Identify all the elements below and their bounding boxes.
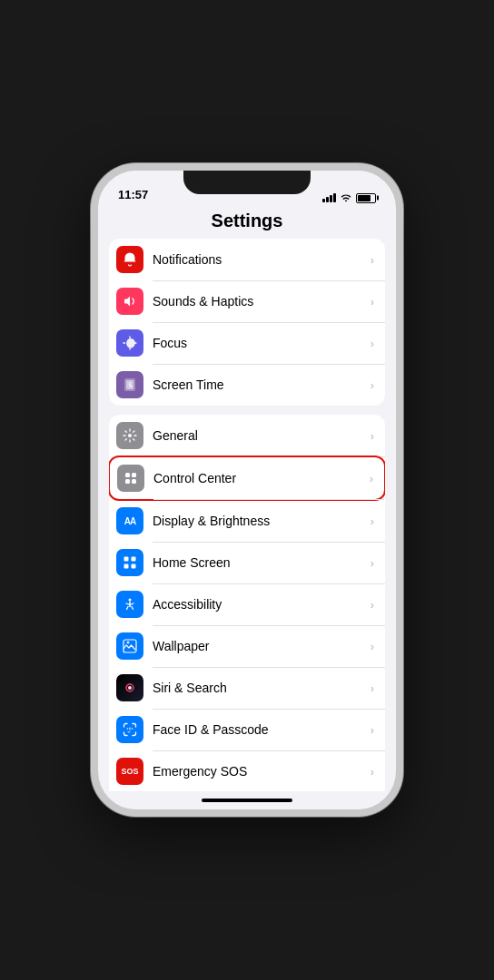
svg-rect-4 (132, 473, 136, 477)
battery-status-icon (356, 193, 376, 203)
general-icon (116, 422, 143, 449)
status-icons (322, 192, 376, 203)
focus-icon (116, 329, 143, 357)
sounds-icon (116, 288, 143, 315)
home-bar (202, 799, 292, 802)
control-center-chevron-icon: › (370, 472, 373, 485)
nav-bar: Settings (98, 207, 396, 239)
svg-point-16 (127, 728, 129, 730)
settings-item-control-center[interactable]: Control Center › (109, 456, 385, 501)
sos-icon: SOS (116, 758, 143, 785)
svg-point-11 (129, 599, 132, 602)
wifi-icon (340, 192, 352, 203)
settings-scroll[interactable]: Notifications › Sounds & Haptics › (98, 239, 396, 791)
svg-rect-7 (124, 557, 129, 562)
settings-item-accessibility[interactable]: Accessibility › (109, 583, 385, 625)
siri-chevron-icon: › (370, 681, 374, 695)
wallpaper-label: Wallpaper (153, 639, 370, 653)
siri-label: Siri & Search (153, 681, 370, 695)
focus-chevron-icon: › (370, 337, 374, 350)
wallpaper-chevron-icon: › (370, 640, 374, 653)
phone-frame: 11:57 (91, 163, 403, 817)
status-time: 11:57 (118, 188, 148, 203)
svg-rect-3 (125, 473, 130, 477)
control-center-label: Control Center (153, 471, 370, 485)
accessibility-chevron-icon: › (370, 598, 374, 612)
accessibility-label: Accessibility (153, 597, 370, 612)
notifications-label: Notifications (153, 252, 370, 267)
sos-chevron-icon: › (370, 765, 374, 779)
home-indicator (98, 791, 396, 809)
settings-item-home-screen[interactable]: Home Screen › (109, 542, 385, 583)
sos-label: Emergency SOS (153, 764, 370, 779)
settings-item-sos[interactable]: SOS Emergency SOS › (109, 750, 385, 791)
screen: 11:57 (98, 171, 396, 809)
accessibility-icon (116, 591, 143, 618)
notch (183, 171, 311, 194)
home-screen-label: Home Screen (153, 555, 370, 570)
screen-time-icon (116, 371, 143, 398)
settings-item-notifications[interactable]: Notifications › (109, 239, 385, 280)
display-chevron-icon: › (370, 514, 374, 528)
focus-label: Focus (153, 336, 370, 350)
svg-point-17 (132, 728, 133, 730)
notifications-chevron-icon: › (370, 253, 374, 267)
svg-point-12 (127, 642, 130, 644)
screen-time-chevron-icon: › (370, 378, 374, 392)
sounds-chevron-icon: › (370, 295, 374, 309)
display-icon: AA (116, 507, 143, 534)
home-screen-icon (116, 549, 143, 576)
settings-item-faceid[interactable]: Face ID & Passcode › (109, 709, 385, 750)
siri-icon (116, 674, 143, 701)
general-chevron-icon: › (370, 429, 374, 443)
settings-item-focus[interactable]: Focus › (109, 322, 385, 364)
settings-item-wallpaper[interactable]: Wallpaper › (109, 625, 385, 667)
signal-bars-icon (322, 193, 336, 202)
settings-item-screen-time[interactable]: Screen Time › (109, 364, 385, 406)
svg-rect-5 (125, 479, 130, 484)
home-screen-chevron-icon: › (370, 556, 374, 570)
sounds-label: Sounds & Haptics (153, 294, 370, 309)
page-title: Settings (113, 211, 381, 231)
notifications-icon (116, 246, 143, 273)
settings-item-display[interactable]: AA Display & Brightness › (109, 500, 385, 542)
wallpaper-icon (116, 632, 143, 660)
svg-rect-8 (132, 557, 136, 562)
general-label: General (153, 428, 370, 443)
display-label: Display & Brightness (153, 514, 370, 528)
settings-group-1: Notifications › Sounds & Haptics › (109, 239, 385, 406)
svg-rect-10 (132, 564, 136, 569)
faceid-chevron-icon: › (370, 723, 374, 737)
svg-rect-9 (124, 564, 129, 569)
svg-rect-6 (132, 479, 136, 484)
svg-point-2 (128, 434, 132, 437)
settings-item-siri[interactable]: Siri & Search › (109, 667, 385, 709)
settings-item-sounds[interactable]: Sounds & Haptics › (109, 280, 385, 322)
settings-group-2: General › Control Center › (109, 415, 385, 791)
svg-point-15 (128, 686, 132, 690)
control-center-icon (117, 465, 144, 492)
settings-item-general[interactable]: General › (109, 415, 385, 456)
faceid-label: Face ID & Passcode (153, 722, 370, 737)
faceid-icon (116, 716, 143, 743)
screen-time-label: Screen Time (153, 377, 370, 392)
